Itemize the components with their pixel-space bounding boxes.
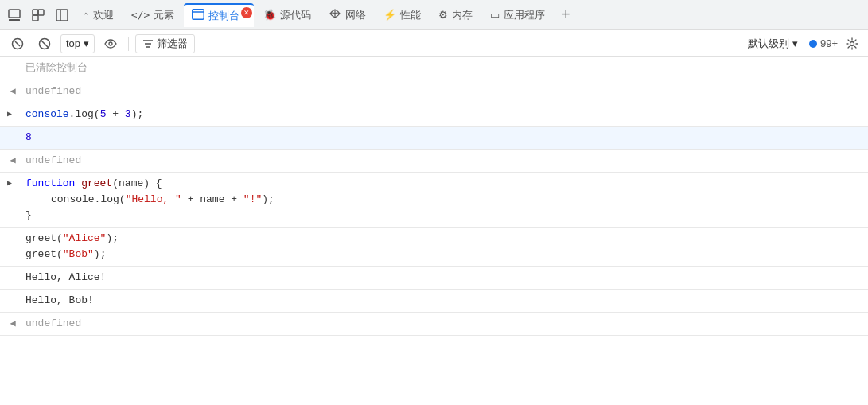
row-gutter: ▶ (0, 105, 25, 123)
svg-line-13 (41, 40, 49, 48)
svg-line-11 (15, 41, 20, 46)
row-gutter: ◀ (0, 82, 25, 99)
svg-rect-3 (38, 10, 44, 15)
filter-label: 筛选器 (157, 37, 188, 51)
row-content: 8 (25, 128, 862, 147)
undefined-value: undefined (25, 85, 81, 97)
elements-icon: </> (131, 9, 150, 21)
console-row-undefined-3: ◀ undefined (0, 313, 868, 336)
console-row-hello-bob: Hello, Bob! (0, 290, 868, 313)
memory-icon: ⚙ (438, 9, 448, 21)
level-label: 默认级别 (748, 37, 789, 51)
return-arrow-icon: ◀ (10, 84, 15, 99)
output-text-bob: Hello, Bob! (25, 294, 94, 306)
row-gutter: ▶ (0, 174, 25, 192)
context-label: top (66, 37, 80, 49)
svg-rect-0 (9, 10, 20, 18)
return-arrow-icon: ◀ (10, 153, 15, 169)
undefined-value: undefined (25, 154, 81, 166)
console-row-output-8: 8 (0, 127, 868, 150)
console-icon (192, 9, 204, 22)
tab-console[interactable]: 控制台 ✕ (184, 3, 254, 27)
expand-arrow-icon[interactable]: ▶ (7, 176, 18, 192)
badge-dot-icon (809, 40, 817, 48)
level-arrow-icon: ▾ (792, 37, 798, 49)
svg-point-14 (109, 42, 112, 45)
console-settings-button[interactable] (843, 34, 862, 53)
expand-arrow-icon[interactable]: ▶ (7, 107, 18, 123)
console-close-badge: ✕ (241, 7, 252, 18)
sources-icon: 🐞 (263, 9, 276, 21)
console-row-undefined-2: ◀ undefined (0, 150, 868, 173)
undefined-value: undefined (25, 317, 81, 329)
svg-rect-1 (9, 19, 20, 21)
svg-rect-7 (193, 10, 204, 20)
tab-elements[interactable]: </> 元素 (123, 3, 182, 27)
clear-console-button[interactable] (6, 34, 29, 53)
tab-network[interactable]: 网络 (321, 3, 374, 27)
clear-icon (11, 37, 24, 50)
row-content: undefined (25, 82, 862, 101)
row-gutter (0, 229, 25, 231)
log-level-button[interactable]: 默认级别 ▾ (741, 34, 804, 53)
row-gutter: ◀ (0, 314, 25, 332)
tab-bar: ⌂ 欢迎 </> 元素 控制台 ✕ 🐞 源代码 网络 ⚡ 性能 ⚙ 内存 (0, 0, 868, 30)
eye-icon (104, 39, 117, 49)
welcome-icon: ⌂ (83, 9, 89, 21)
row-content: undefined (25, 314, 862, 333)
ban-icon (38, 37, 51, 50)
console-row-undefined-1: ◀ undefined (0, 80, 868, 103)
tab-welcome[interactable]: ⌂ 欢迎 (75, 3, 122, 27)
filter-icon (142, 39, 154, 49)
row-content: Hello, Bob! (25, 291, 862, 310)
row-gutter (0, 128, 25, 130)
toolbar-separator-1 (128, 37, 129, 51)
console-cleared-row: 已清除控制台 (0, 57, 868, 80)
tab-sources[interactable]: 🐞 源代码 (255, 3, 319, 27)
svg-point-18 (850, 41, 854, 45)
console-row-function: ▶ function greet(name) { console.log("He… (0, 173, 868, 228)
message-count-badge: 99+ (809, 37, 838, 49)
dropdown-arrow-icon: ▾ (84, 37, 89, 49)
application-icon: ▭ (490, 9, 500, 21)
cleared-text: 已清除控制台 (25, 59, 862, 78)
toolbar: top ▾ 筛选器 默认级别 ▾ 99+ (0, 30, 868, 57)
row-content: greet("Alice"); greet("Bob"); (25, 229, 862, 264)
context-dropdown[interactable]: top ▾ (60, 34, 95, 53)
output-text-alice: Hello, Alice! (25, 271, 106, 283)
row-content: console.log(5 + 3); (25, 105, 862, 124)
svg-rect-5 (56, 10, 68, 21)
console-row-input-1: ▶ console.log(5 + 3); (0, 103, 868, 127)
row-gutter (0, 59, 25, 60)
row-content: function greet(name) { console.log("Hell… (25, 174, 862, 225)
filter-button[interactable]: 筛选器 (135, 34, 195, 53)
no-log-button[interactable] (33, 34, 56, 53)
console-output: 已清除控制台 ◀ undefined ▶ console.log(5 + 3);… (0, 57, 868, 405)
tab-performance[interactable]: ⚡ 性能 (376, 3, 429, 27)
svg-rect-2 (33, 10, 38, 15)
row-content: undefined (25, 151, 862, 170)
row-gutter: ◀ (0, 151, 25, 169)
gear-icon (846, 37, 858, 50)
undock-icon[interactable] (27, 4, 49, 26)
tab-application[interactable]: ▭ 应用程序 (482, 3, 553, 27)
row-gutter (0, 291, 25, 293)
add-tab-button[interactable]: + (555, 4, 577, 26)
console-row-greet-calls: greet("Alice"); greet("Bob"); (0, 228, 868, 267)
eye-button[interactable] (99, 34, 122, 53)
network-icon (329, 8, 341, 21)
dock-icon[interactable] (3, 4, 25, 26)
svg-rect-4 (33, 15, 38, 21)
return-arrow-icon: ◀ (10, 316, 15, 332)
output-number: 8 (25, 131, 32, 143)
row-content: Hello, Alice! (25, 268, 862, 287)
panel-icon[interactable] (51, 4, 73, 26)
badge-count: 99+ (820, 37, 838, 49)
tab-memory[interactable]: ⚙ 内存 (430, 3, 481, 27)
console-row-hello-alice: Hello, Alice! (0, 267, 868, 290)
row-gutter (0, 268, 25, 270)
performance-icon: ⚡ (383, 9, 396, 21)
